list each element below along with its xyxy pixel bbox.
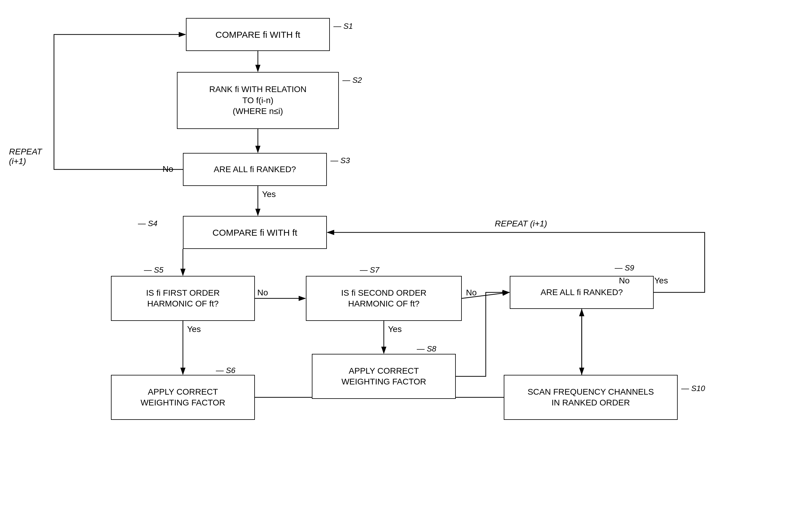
label-s8: — S8 [417,344,436,354]
flowchart-diagram: COMPARE fi WITH ft — S1 RANK fi WITH REL… [0,0,812,529]
label-s7: — S7 [360,266,379,275]
label-s9: — S9 [615,263,634,273]
yes-s9-label: Yes [654,276,668,286]
yes-s7-label: Yes [388,325,402,334]
label-s1: — S1 [333,22,353,31]
box-s10: SCAN FREQUENCY CHANNELSIN RANKED ORDER [504,375,678,420]
box-s7: IS fi SECOND ORDERHARMONIC OF ft? [306,276,462,321]
box-s1: COMPARE fi WITH ft [186,18,330,51]
label-s6: — S6 [216,366,235,375]
label-s5: — S5 [144,266,163,275]
box-s8: APPLY CORRECTWEIGHTING FACTOR [312,354,456,399]
arrows-svg [0,0,812,529]
box-s3: ARE ALL fi RANKED? [183,153,327,186]
yes-s3-label: Yes [262,189,276,199]
box-s9: ARE ALL fi RANKED? [510,276,654,309]
no-s7-label: No [466,288,477,298]
box-s5: IS fi FIRST ORDERHARMONIC OF ft? [111,276,255,321]
box-s4: COMPARE fi WITH ft [183,216,327,249]
repeat-right-label: REPEAT (i+1) [495,219,547,229]
repeat-label-left: REPEAT(i+1) [9,147,42,166]
box-s6: APPLY CORRECTWEIGHTING FACTOR [111,375,255,420]
label-s4: — S4 [138,219,157,228]
no-s9-label: No [619,276,630,286]
yes-s5-label: Yes [187,325,201,334]
label-s10: — S10 [681,384,705,393]
no-s3-label: No [162,165,173,174]
no-s5-label: No [257,288,268,298]
box-s2: RANK fi WITH RELATIONTO f(i-n)(WHERE n≤i… [177,72,339,129]
label-s3: — S3 [331,156,350,165]
label-s2: — S2 [343,75,362,85]
